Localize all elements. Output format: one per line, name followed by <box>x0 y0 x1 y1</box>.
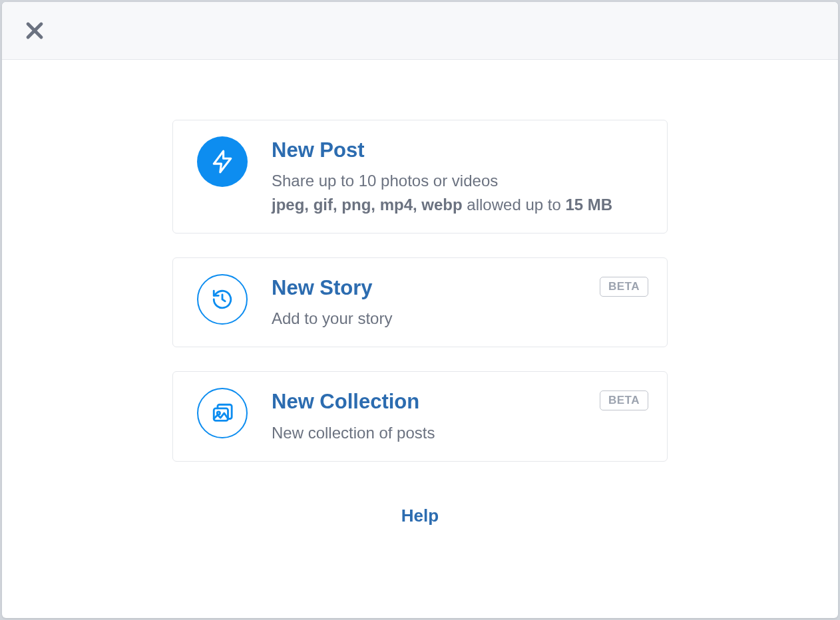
option-content: New Post Share up to 10 photos or videos… <box>272 136 643 217</box>
option-description: New collection of posts <box>272 421 643 445</box>
modal-body: New Post Share up to 10 photos or videos… <box>2 60 838 618</box>
svg-marker-2 <box>214 151 230 172</box>
option-content: New Story Add to your story <box>272 274 643 331</box>
compose-modal: New Post Share up to 10 photos or videos… <box>2 2 838 618</box>
option-new-story[interactable]: New Story Add to your story BETA <box>172 257 668 347</box>
images-icon <box>197 388 248 438</box>
option-description: Share up to 10 photos or videos jpeg, gi… <box>272 169 643 217</box>
modal-header <box>2 2 838 60</box>
option-description: Add to your story <box>272 307 643 331</box>
bolt-icon <box>197 136 248 187</box>
option-content: New Collection New collection of posts <box>272 388 643 444</box>
option-new-post[interactable]: New Post Share up to 10 photos or videos… <box>172 120 668 233</box>
option-title: New Post <box>272 138 643 162</box>
option-title: New Story <box>272 275 643 300</box>
close-icon <box>23 19 46 42</box>
close-button[interactable] <box>21 17 49 45</box>
beta-badge: BETA <box>600 390 648 410</box>
history-icon <box>197 274 248 325</box>
beta-badge: BETA <box>600 277 648 297</box>
option-new-collection[interactable]: New Collection New collection of posts B… <box>172 371 668 461</box>
help-link[interactable]: Help <box>401 506 439 526</box>
option-title: New Collection <box>272 389 643 414</box>
